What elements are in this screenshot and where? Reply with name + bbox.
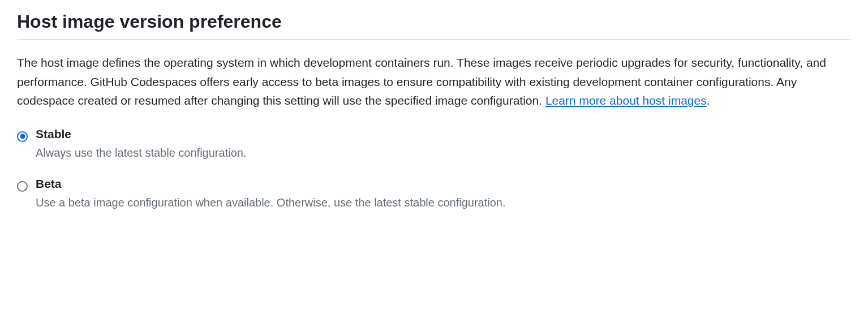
section-description: The host image defines the operating sys… xyxy=(17,53,851,110)
learn-more-link[interactable]: Learn more about host images xyxy=(545,94,707,107)
radio-option-beta[interactable]: Beta Use a beta image configuration when… xyxy=(17,177,851,211)
radio-content-stable: Stable Always use the latest stable conf… xyxy=(36,127,851,161)
radio-group: Stable Always use the latest stable conf… xyxy=(17,127,851,211)
radio-description-stable: Always use the latest stable configurati… xyxy=(36,144,851,161)
radio-unselected-icon xyxy=(17,181,28,192)
section-heading: Host image version preference xyxy=(17,11,851,40)
radio-label-beta[interactable]: Beta xyxy=(36,177,851,191)
radio-label-stable[interactable]: Stable xyxy=(36,127,851,141)
description-suffix: . xyxy=(707,94,710,107)
radio-input-beta[interactable] xyxy=(17,181,28,192)
radio-content-beta: Beta Use a beta image configuration when… xyxy=(36,177,851,211)
radio-option-stable[interactable]: Stable Always use the latest stable conf… xyxy=(17,127,851,161)
radio-description-beta: Use a beta image configuration when avai… xyxy=(36,194,851,211)
radio-input-stable[interactable] xyxy=(17,131,28,142)
radio-selected-icon xyxy=(17,131,28,142)
